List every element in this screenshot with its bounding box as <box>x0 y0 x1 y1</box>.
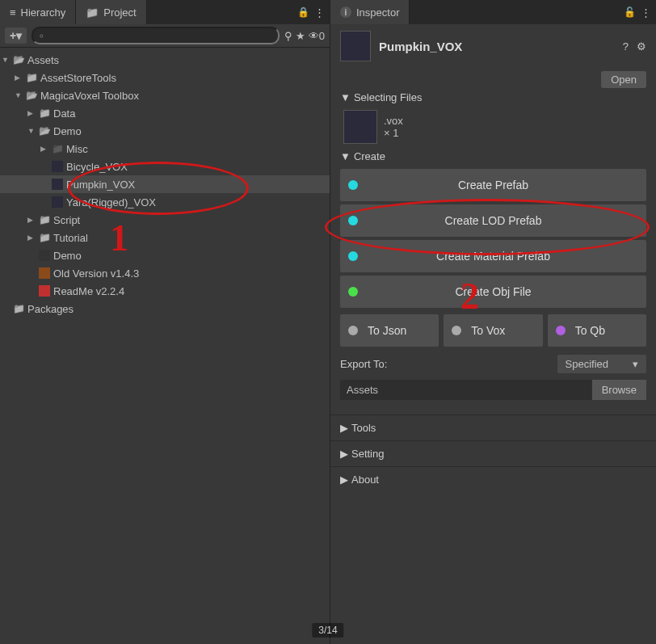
tree-item-label: Old Version v1.4.3 <box>53 267 139 280</box>
status-dot-icon <box>452 326 461 335</box>
tree-item-pumpkin-vox[interactable]: Pumpkin_VOX <box>0 175 330 193</box>
lock-icon[interactable]: 🔓 <box>624 6 636 18</box>
pdf-icon <box>39 285 50 297</box>
settings-icon[interactable]: ⚙ <box>637 40 646 53</box>
to-json-button[interactable]: To Json <box>340 314 439 347</box>
expand-arrow-icon[interactable]: ▶ <box>27 216 36 224</box>
favorite-icon[interactable]: ★ <box>296 30 305 42</box>
expand-arrow-icon[interactable]: ▼ <box>15 91 23 99</box>
add-button[interactable]: +▾ <box>5 27 27 44</box>
status-dot-icon <box>348 326 358 335</box>
tree-item-label: Yara(Rigged)_VOX <box>66 196 156 208</box>
folder-open-icon <box>39 125 50 137</box>
tree-item-magicavoxel-toolbox[interactable]: ▼MagicaVoxel Toolbox <box>0 86 330 104</box>
expand-arrow-icon[interactable]: ▶ <box>27 234 36 242</box>
right-tabs: i Inspector 🔓 ⋮ <box>330 0 656 24</box>
button-label: Create Material Prefab <box>436 250 550 263</box>
tab-label: Inspector <box>356 6 399 19</box>
folder-icon <box>13 303 24 314</box>
folder-open-icon <box>13 54 24 65</box>
help-icon[interactable]: ? <box>623 40 629 53</box>
folder-icon <box>39 107 50 119</box>
folder-icon <box>86 6 99 19</box>
tree-item-script[interactable]: ▶Script <box>0 211 330 229</box>
section-tools[interactable]: ▶Tools <box>330 415 656 440</box>
tree-item-readme-v2-2-4[interactable]: ReadMe v2.2.4 <box>0 282 330 300</box>
tree-item-data[interactable]: ▶Data <box>0 104 330 122</box>
folder-icon <box>26 72 37 83</box>
expand-arrow-icon[interactable]: ▶ <box>40 145 48 153</box>
menu-icon[interactable]: ⋮ <box>309 6 330 19</box>
export-dropdown[interactable]: Specified▾ <box>557 355 646 373</box>
tree-item-label: Demo <box>53 250 82 262</box>
file-count: × 1 <box>384 127 403 139</box>
tree-item-label: Script <box>53 214 80 226</box>
create-prefab-button[interactable]: Create Prefab <box>340 169 646 201</box>
expand-arrow-icon[interactable]: ▼ <box>27 127 36 135</box>
export-path-row: Assets Browse <box>340 380 646 400</box>
tree-item-yara-rigged-vox[interactable]: Yara(Rigged)_VOX <box>0 193 330 211</box>
tab-hierarchy[interactable]: ≡ Hierarchy <box>0 0 76 24</box>
left-tabs: ≡ Hierarchy Project 🔒 ⋮ <box>0 0 330 24</box>
unity-icon <box>39 250 50 261</box>
selected-file: .vox × 1 <box>330 107 656 147</box>
tree-item-tutorial[interactable]: ▶Tutorial <box>0 229 330 246</box>
to-vox-button[interactable]: To Vox <box>444 314 542 347</box>
status-dot-icon <box>348 180 358 190</box>
status-dot-icon <box>556 326 566 335</box>
tab-label: Project <box>103 6 136 19</box>
tree-item-bicycle-vox[interactable]: Bicycle_VOX <box>0 158 330 175</box>
expand-arrow-icon[interactable]: ▼ <box>2 56 10 64</box>
search-input[interactable] <box>32 27 280 44</box>
file-ext: .vox <box>384 115 403 127</box>
browse-button[interactable]: Browse <box>592 380 646 400</box>
asset-name: Pumpkin_VOX <box>379 40 615 53</box>
tree-item-label: MagicaVoxel Toolbox <box>40 90 139 102</box>
tree-item-demo[interactable]: Demo <box>0 246 330 264</box>
vox-icon <box>52 161 63 172</box>
expand-arrow-icon[interactable]: ▶ <box>15 74 23 82</box>
chevron-down-icon: ▾ <box>633 358 638 370</box>
to-qb-button[interactable]: To Qb <box>548 314 646 347</box>
info-icon: i <box>340 6 351 18</box>
create-lod-prefab-button[interactable]: Create LOD Prefab <box>340 204 646 237</box>
tree-item-assetstoretools[interactable]: ▶AssetStoreTools <box>0 69 330 86</box>
button-label: To Json <box>368 324 406 337</box>
tree-item-label: Demo <box>53 125 82 137</box>
expand-arrow-icon[interactable]: ▶ <box>27 109 36 117</box>
inspector-title: Pumpkin_VOX ? ⚙ <box>330 24 656 68</box>
asset-tree: ▼Assets▶AssetStoreTools▼MagicaVoxel Tool… <box>0 48 330 644</box>
folder-icon <box>39 232 50 243</box>
asset-thumbnail-icon <box>340 31 371 61</box>
vox-icon <box>52 179 63 190</box>
tree-item-demo[interactable]: ▼Demo <box>0 122 330 140</box>
button-label: Create Prefab <box>458 179 528 192</box>
tree-item-assets[interactable]: ▼Assets <box>0 51 330 69</box>
section-create[interactable]: ▼Create <box>330 147 656 166</box>
section-selecting-files[interactable]: ▼Selecting Files <box>330 88 656 107</box>
export-row: Export To: Specified▾ <box>330 350 656 378</box>
create-material-prefab-button[interactable]: Create Material Prefab <box>340 240 646 272</box>
folder-icon <box>39 214 50 225</box>
tree-item-old-version-v1-4-3[interactable]: Old Version v1.4.3 <box>0 264 330 282</box>
tab-project[interactable]: Project <box>76 0 146 24</box>
tree-item-label: Bicycle_VOX <box>66 161 128 173</box>
visibility-icon[interactable]: 👁0 <box>309 30 325 42</box>
button-label: Create Obj File <box>455 285 531 298</box>
create-obj-file-button[interactable]: Create Obj File <box>340 276 646 308</box>
tree-item-label: ReadMe v2.2.4 <box>53 285 124 297</box>
project-toolbar: +▾ ⚲ ★ 👁0 <box>0 24 330 48</box>
filter-icon[interactable]: ⚲ <box>284 30 292 42</box>
section-about[interactable]: ▶About <box>330 466 656 492</box>
menu-icon[interactable]: ⋮ <box>636 6 656 19</box>
tree-item-label: Pumpkin_VOX <box>66 179 135 191</box>
lock-icon[interactable]: 🔒 <box>297 6 309 18</box>
file-thumbnail-icon <box>343 110 377 144</box>
tree-item-misc[interactable]: ▶Misc <box>0 140 330 158</box>
button-label: Create LOD Prefab <box>445 214 542 227</box>
section-setting[interactable]: ▶Setting <box>330 440 656 466</box>
tab-inspector[interactable]: i Inspector <box>330 0 410 24</box>
open-button[interactable]: Open <box>601 71 646 88</box>
tree-item-packages[interactable]: Packages <box>0 300 330 318</box>
tree-item-label: Assets <box>27 54 59 66</box>
